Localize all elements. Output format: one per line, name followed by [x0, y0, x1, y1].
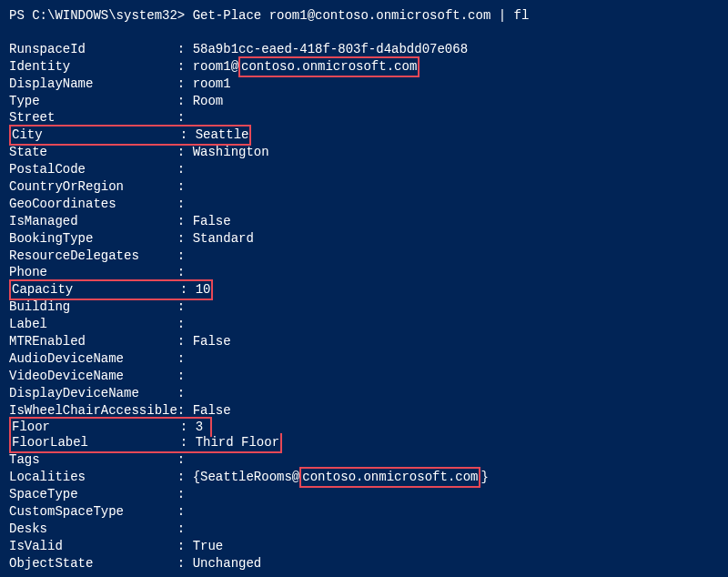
- property-row: Identity: room1@contoso.onmicrosoft.com: [9, 58, 719, 76]
- property-colon: :: [177, 316, 193, 333]
- property-key: DisplayName: [9, 76, 177, 93]
- property-colon: :: [177, 93, 193, 110]
- property-key: ResourceDelegates: [9, 248, 177, 265]
- property-row: CustomSpaceType:: [9, 503, 719, 521]
- property-key: SpaceType: [9, 486, 177, 503]
- property-colon: :: [180, 127, 196, 144]
- property-colon: :: [177, 76, 193, 93]
- property-row: DisplayName: room1: [9, 76, 719, 93]
- property-colon: :: [177, 178, 193, 196]
- localities-suffix: }: [480, 469, 488, 486]
- property-key: IsValid: [9, 538, 177, 555]
- property-row: IsValid: True: [9, 538, 719, 555]
- highlighted-domain: contoso.onmicrosoft.com: [299, 467, 480, 488]
- property-key: Label: [9, 316, 177, 333]
- property-colon: :: [177, 486, 193, 503]
- highlighted-row: Capacity: 10: [9, 279, 213, 300]
- property-key: City: [12, 127, 180, 144]
- property-key: Tags: [9, 451, 177, 469]
- property-colon: :: [180, 281, 196, 299]
- property-value: False: [193, 213, 231, 230]
- property-colon: :: [177, 230, 193, 248]
- property-colon: :: [177, 248, 193, 265]
- property-colon: :: [177, 451, 193, 469]
- property-row: IsManaged: False: [9, 213, 719, 230]
- property-row: ResourceDelegates:: [9, 248, 719, 265]
- command-prompt-line: PS C:\WINDOWS\system32> Get-Place room1@…: [9, 7, 719, 25]
- property-row: State: Washington: [9, 144, 719, 161]
- property-colon: :: [177, 538, 193, 555]
- property-colon: :: [180, 434, 196, 451]
- property-row: SpaceType:: [9, 486, 719, 503]
- property-colon: :: [177, 503, 193, 521]
- property-key: Desks: [9, 521, 177, 538]
- property-key: ObjectState: [9, 555, 177, 572]
- property-value: 10: [196, 281, 211, 299]
- property-row: ObjectState: Unchanged: [9, 555, 719, 572]
- property-row: Localities: {SeattleRooms@contoso.onmicr…: [9, 469, 719, 486]
- property-key: VideoDeviceName: [9, 368, 177, 385]
- property-value: Washington: [193, 144, 269, 161]
- property-key: IsManaged: [9, 213, 177, 230]
- property-colon: :: [177, 144, 193, 161]
- property-value: Seattle: [196, 127, 249, 144]
- property-key: MTREnabled: [9, 333, 177, 350]
- property-key: FloorLabel: [12, 434, 180, 451]
- property-key: Type: [9, 93, 177, 110]
- property-colon: :: [177, 213, 193, 230]
- property-key: PostalCode: [9, 161, 177, 178]
- property-key: AudioDeviceName: [9, 350, 177, 368]
- property-row: CountryOrRegion:: [9, 178, 719, 196]
- property-key: Capacity: [12, 281, 180, 299]
- prompt-command: Get-Place room1@contoso.onmicrosoft.com …: [193, 7, 530, 25]
- property-key: RunspaceId: [9, 41, 177, 58]
- property-row: Label:: [9, 316, 719, 333]
- property-row: AudioDeviceName:: [9, 350, 719, 368]
- property-key: CustomSpaceType: [9, 503, 177, 521]
- property-value: Standard: [193, 230, 254, 248]
- property-row: City: Seattle: [9, 127, 719, 144]
- output-properties: RunspaceId: 58a9b1cc-eaed-418f-803f-d4ab…: [9, 41, 719, 572]
- property-value: True: [193, 538, 224, 555]
- property-row: Type: Room: [9, 93, 719, 110]
- property-row: Capacity: 10: [9, 281, 719, 299]
- property-row: MTREnabled: False: [9, 333, 719, 350]
- property-colon: :: [177, 469, 193, 486]
- highlighted-row: City: Seattle: [9, 125, 251, 146]
- property-colon: :: [177, 521, 193, 538]
- property-colon: :: [177, 555, 193, 572]
- property-colon: :: [177, 58, 193, 76]
- property-colon: :: [177, 385, 193, 402]
- property-row: BookingType: Standard: [9, 230, 719, 248]
- property-colon: :: [177, 333, 193, 350]
- property-key: DisplayDeviceName: [9, 385, 177, 402]
- property-key: BookingType: [9, 230, 177, 248]
- property-row: PostalCode:: [9, 161, 719, 178]
- property-row: GeoCoordinates:: [9, 196, 719, 213]
- property-value: room1: [193, 76, 231, 93]
- property-row: FloorLabel: Third Floor: [9, 435, 719, 451]
- prompt-prefix: PS C:\WINDOWS\system32>: [9, 7, 193, 25]
- identity-prefix: room1@: [193, 58, 238, 76]
- property-key: State: [9, 144, 177, 161]
- property-row: Desks:: [9, 521, 719, 538]
- property-colon: :: [177, 161, 193, 178]
- property-colon: :: [177, 41, 193, 58]
- property-key: Localities: [9, 469, 177, 486]
- property-key: GeoCoordinates: [9, 196, 177, 213]
- property-colon: :: [177, 350, 193, 368]
- property-row: VideoDeviceName:: [9, 368, 719, 385]
- property-value: Third Floor: [196, 434, 279, 451]
- property-row: Building:: [9, 299, 719, 316]
- property-key: Building: [9, 299, 177, 316]
- highlighted-row: FloorLabel: Third Floor: [9, 433, 282, 453]
- property-key: Identity: [9, 58, 177, 76]
- property-value: False: [193, 333, 231, 350]
- highlighted-domain: contoso.onmicrosoft.com: [238, 56, 420, 77]
- property-value: Unchanged: [193, 555, 262, 572]
- property-value: Room: [193, 93, 224, 110]
- localities-prefix: {SeattleRooms@: [193, 469, 300, 486]
- property-key: CountryOrRegion: [9, 178, 177, 196]
- property-colon: :: [177, 196, 193, 213]
- property-row: DisplayDeviceName:: [9, 385, 719, 402]
